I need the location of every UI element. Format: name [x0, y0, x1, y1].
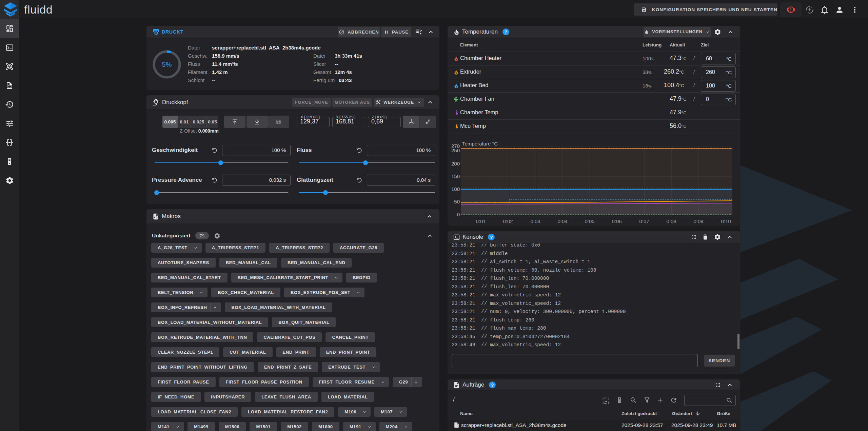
svg-text:250: 250: [451, 148, 460, 153]
svg-text:Temperature °C: Temperature °C: [462, 141, 498, 146]
svg-text:100: 100: [451, 186, 460, 192]
svg-text:0:05: 0:05: [585, 218, 594, 223]
svg-text:0:10: 0:10: [721, 218, 731, 223]
svg-text:0: 0: [457, 212, 460, 217]
svg-text:0:01: 0:01: [476, 218, 486, 223]
svg-text:0:06: 0:06: [612, 218, 622, 223]
svg-text:0:03: 0:03: [530, 218, 540, 223]
svg-text:0:07: 0:07: [639, 218, 649, 223]
svg-text:0:08: 0:08: [666, 218, 676, 223]
svg-text:0:02: 0:02: [503, 218, 513, 223]
svg-text:0:09: 0:09: [693, 218, 703, 223]
svg-text:200: 200: [451, 161, 460, 166]
svg-text:150: 150: [451, 173, 460, 179]
svg-text:0:04: 0:04: [557, 218, 567, 223]
svg-text:5%: 5%: [162, 61, 172, 68]
svg-text:50: 50: [454, 199, 460, 204]
